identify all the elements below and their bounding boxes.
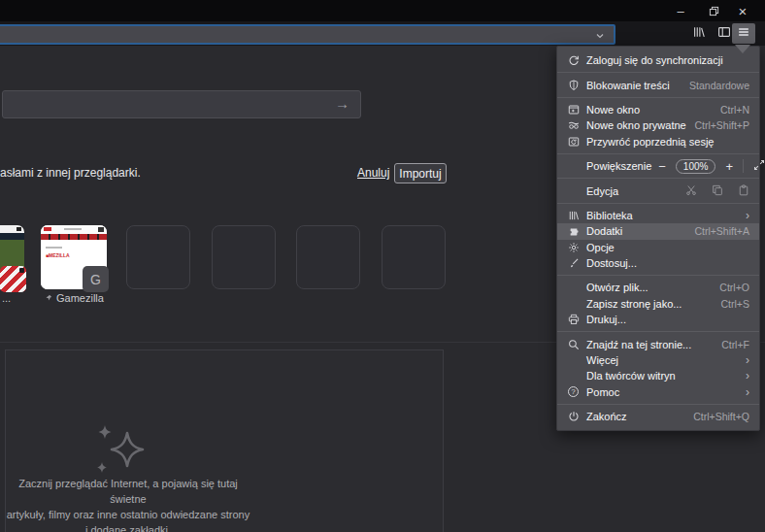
menu-item-label: Otwórz plik... <box>586 282 649 293</box>
url-bar[interactable] <box>0 24 615 45</box>
sidebar-icon <box>717 25 731 43</box>
menu-item-shortcut: Ctrl+N <box>720 104 749 116</box>
menu-item-label: Pomoc <box>586 386 619 398</box>
restore-session-icon <box>567 135 580 148</box>
menu-item-shortcut: Ctrl+Shift+A <box>694 225 749 237</box>
menu-item-edit: Edycja <box>557 183 759 198</box>
menu-item-label: Zakończ <box>586 411 627 422</box>
sparkle-icon <box>94 423 149 480</box>
top-site-tile-1[interactable] <box>0 225 24 289</box>
search-submit-icon[interactable]: → <box>335 95 349 112</box>
menu-item-label: Zapisz stronę jako... <box>586 298 682 310</box>
menu-item-sign-in-sync[interactable]: Zaloguj się do synchronizacji <box>557 52 759 68</box>
menu-item-quit[interactable]: Zakończ Ctrl+Shift+Q <box>557 409 759 424</box>
paste-icon[interactable] <box>738 184 749 198</box>
top-site-label-gamezilla: Gamezilla <box>45 292 104 304</box>
restore-icon <box>709 6 719 17</box>
browser-window: – × <box>0 0 765 532</box>
menu-item-open-file[interactable]: Otwórz plik... Ctrl+O <box>557 280 759 295</box>
import-cancel-link[interactable]: Anuluj <box>357 166 389 180</box>
minimize-button[interactable]: – <box>668 0 693 21</box>
menu-item-web-developer[interactable]: Dla twórców witryn › <box>557 368 759 383</box>
search-icon <box>567 338 580 350</box>
menu-item-shortcut: Ctrl+F <box>721 339 749 350</box>
menu-separator <box>557 404 759 405</box>
hamburger-icon <box>737 25 750 43</box>
zoom-level-button[interactable]: 100% <box>676 159 716 174</box>
pin-icon <box>45 292 52 304</box>
title-bar: – × <box>0 0 765 21</box>
top-site-tile-empty-3[interactable] <box>296 225 360 289</box>
menu-item-badge: Standardowe <box>689 80 749 91</box>
badge-letter: G <box>90 272 101 287</box>
menu-item-label: Znajdź na tej stronie... <box>586 339 691 350</box>
library-button[interactable] <box>687 23 711 44</box>
menu-item-options[interactable]: Opcje <box>557 240 759 255</box>
top-site-tile-empty-1[interactable] <box>126 225 190 289</box>
brush-icon <box>567 257 580 270</box>
empty-state-line: i dodane zakładki. <box>6 523 250 532</box>
zoom-in-button[interactable]: + <box>725 159 733 174</box>
spacer <box>567 297 580 310</box>
top-site-tile-empty-4[interactable] <box>382 225 446 289</box>
newtab-search-input[interactable]: → <box>2 90 361 118</box>
import-button-label: Importuj <box>399 167 441 181</box>
menu-item-content-blocking[interactable]: Blokowanie treści Standardowe <box>557 77 759 92</box>
site-favicon-badge <box>0 266 26 292</box>
zoom-out-button[interactable]: − <box>658 159 666 174</box>
close-button[interactable]: × <box>730 0 755 21</box>
menu-item-help[interactable]: ? Pomoc › <box>557 384 759 400</box>
spacer <box>567 184 580 197</box>
menu-item-label: Dostosuj... <box>586 257 637 269</box>
new-window-icon <box>567 103 580 116</box>
menu-item-new-private-window[interactable]: Nowe okno prywatne Ctrl+Shift+P <box>557 117 759 133</box>
highlights-section: Zacznij przeglądać Internet, a pojawią s… <box>5 349 444 532</box>
menu-item-label: Przywróć poprzednią sesję <box>586 136 714 148</box>
help-icon: ? <box>567 385 580 398</box>
cut-icon[interactable] <box>685 184 697 198</box>
menu-item-label: Zaloguj się do synchronizacji <box>586 54 723 66</box>
site-title: Gamezilla <box>56 292 104 304</box>
menu-item-library[interactable]: Biblioteka › <box>557 208 759 223</box>
fullscreen-icon[interactable] <box>753 159 765 173</box>
menu-item-addons[interactable]: Dodatki Ctrl+Shift+A <box>557 223 759 239</box>
empty-state-text: Zacznij przeglądać Internet, a pojawią s… <box>6 477 250 532</box>
submenu-arrow-icon: › <box>746 209 749 222</box>
top-site-tile-empty-2[interactable] <box>212 225 276 289</box>
puzzle-icon <box>567 225 580 238</box>
menu-item-find-in-page[interactable]: Znajdź na tej stronie... Ctrl+F <box>557 336 759 351</box>
submenu-arrow-icon: › <box>746 353 749 367</box>
private-mask-icon <box>567 119 580 132</box>
menu-item-label: Biblioteka <box>586 210 633 221</box>
menu-item-more[interactable]: Więcej › <box>557 352 759 368</box>
menu-item-print[interactable]: Drukuj... <box>557 312 759 327</box>
menu-separator <box>557 203 759 204</box>
copy-icon[interactable] <box>712 184 723 198</box>
menu-item-customize[interactable]: Dostosuj... <box>557 255 759 271</box>
import-button[interactable]: Importuj <box>394 163 447 183</box>
app-menu-panel: Zaloguj się do synchronizacji Blokowanie… <box>556 46 760 431</box>
menu-separator <box>557 178 759 179</box>
power-icon <box>567 411 580 423</box>
top-site-label-1: ... <box>2 292 11 304</box>
menu-item-label: Powiększenie <box>586 160 651 172</box>
empty-state-line: artykuły, filmy oraz inne ostatnio odwie… <box>6 508 250 523</box>
top-site-tile-gamezilla[interactable]: ■MEZILLA G <box>41 225 107 289</box>
spacer <box>567 370 580 382</box>
sync-icon <box>567 54 580 67</box>
menu-item-restore-session[interactable]: Przywróć poprzednią sesję <box>557 134 759 150</box>
menu-separator <box>557 153 759 154</box>
library-icon <box>567 209 580 221</box>
menu-item-save-page-as[interactable]: Zapisz stronę jako... Ctrl+S <box>557 296 759 312</box>
nav-toolbar <box>0 21 765 46</box>
vertical-separator <box>743 159 744 173</box>
urlbar-dropdown-chevron-icon[interactable] <box>594 28 606 46</box>
menu-anchor-arrow <box>735 45 750 53</box>
menu-item-new-window[interactable]: Nowe okno Ctrl+N <box>557 102 759 117</box>
menu-separator <box>557 331 759 332</box>
menu-separator <box>557 72 759 73</box>
minimize-icon: – <box>677 4 683 18</box>
restore-button[interactable] <box>701 0 726 21</box>
gear-icon <box>567 241 580 253</box>
app-menu-button[interactable] <box>732 23 755 44</box>
